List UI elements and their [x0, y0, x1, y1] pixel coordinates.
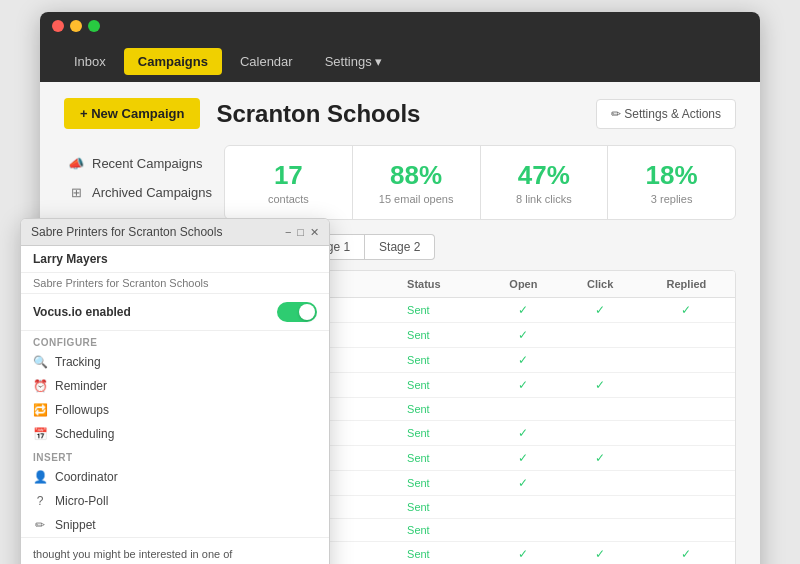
stat-clicks-label: 8 link clicks	[491, 193, 598, 205]
cell-status: Sent	[397, 471, 484, 496]
megaphone-icon: 📣	[68, 156, 84, 171]
cell-open: ✓	[484, 348, 562, 373]
col-click: Click	[563, 271, 638, 298]
cell-replied	[638, 421, 735, 446]
cell-replied	[638, 398, 735, 421]
new-campaign-button[interactable]: + New Campaign	[64, 98, 200, 129]
nav-inbox[interactable]: Inbox	[60, 48, 120, 75]
menu-reminder[interactable]: ⏰ Reminder	[21, 374, 329, 398]
cell-status: Sent	[397, 298, 484, 323]
modal-header-actions: − □ ✕	[285, 226, 319, 239]
menu-coordinator[interactable]: 👤 Coordinator	[21, 465, 329, 489]
cell-click	[563, 519, 638, 542]
maximize-dot[interactable]	[88, 20, 100, 32]
sidebar-archived-campaigns[interactable]: ⊞ Archived Campaigns	[64, 178, 224, 207]
cell-replied	[638, 373, 735, 398]
menu-tracking[interactable]: 🔍 Tracking	[21, 350, 329, 374]
cell-click: ✓	[563, 446, 638, 471]
stats-row: 17 contacts 88% 15 email opens 47% 8 lin…	[224, 145, 736, 220]
stat-contacts: 17 contacts	[225, 146, 353, 219]
modal-close-icon[interactable]: ✕	[310, 226, 319, 239]
cell-status: Sent	[397, 446, 484, 471]
sidebar-recent-label: Recent Campaigns	[92, 156, 203, 171]
settings-actions-button[interactable]: ✏ Settings & Actions	[596, 99, 736, 129]
tracking-icon: 🔍	[33, 355, 47, 369]
cell-click	[563, 323, 638, 348]
col-open: Open	[484, 271, 562, 298]
reminder-label: Reminder	[55, 379, 107, 393]
sidebar-archived-label: Archived Campaigns	[92, 185, 212, 200]
restore-icon[interactable]: □	[297, 226, 304, 239]
email-body[interactable]: thought you might be interested in one o…	[21, 537, 329, 564]
cell-status: Sent	[397, 373, 484, 398]
stat-clicks: 47% 8 link clicks	[481, 146, 609, 219]
stat-replies: 18% 3 replies	[608, 146, 735, 219]
close-dot[interactable]	[52, 20, 64, 32]
modal-header: Sabre Printers for Scranton Schools − □ …	[21, 219, 329, 246]
sidebar-recent-campaigns[interactable]: 📣 Recent Campaigns	[64, 149, 224, 178]
stat-contacts-label: contacts	[235, 193, 342, 205]
cell-click	[563, 471, 638, 496]
cell-click: ✓	[563, 298, 638, 323]
followups-label: Followups	[55, 403, 109, 417]
main-nav: Inbox Campaigns Calendar Settings ▾	[40, 40, 760, 82]
nav-campaigns[interactable]: Campaigns	[124, 48, 222, 75]
menu-scheduling[interactable]: 📅 Scheduling	[21, 422, 329, 446]
cell-replied	[638, 471, 735, 496]
cell-status: Sent	[397, 542, 484, 565]
cell-open: ✓	[484, 421, 562, 446]
scheduling-label: Scheduling	[55, 427, 114, 441]
cell-replied: ✓	[638, 542, 735, 565]
cell-click: ✓	[563, 542, 638, 565]
top-left: + New Campaign Scranton Schools	[64, 98, 420, 129]
cell-replied	[638, 323, 735, 348]
cell-open: ✓	[484, 542, 562, 565]
menu-snippet[interactable]: ✏ Snippet	[21, 513, 329, 537]
insert-section-label: INSERT	[21, 446, 329, 465]
stat-opens: 88% 15 email opens	[353, 146, 481, 219]
cell-open	[484, 398, 562, 421]
cell-replied	[638, 348, 735, 373]
top-bar: + New Campaign Scranton Schools ✏ Settin…	[64, 98, 736, 129]
scheduling-icon: 📅	[33, 427, 47, 441]
cell-open: ✓	[484, 446, 562, 471]
cell-open: ✓	[484, 323, 562, 348]
tab-stage2[interactable]: Stage 2	[365, 234, 435, 260]
cell-open	[484, 496, 562, 519]
vocus-toggle[interactable]	[277, 302, 317, 322]
nav-calendar[interactable]: Calendar	[226, 48, 307, 75]
compose-modal: Sabre Printers for Scranton Schools − □ …	[20, 218, 330, 564]
menu-followups[interactable]: 🔁 Followups	[21, 398, 329, 422]
coordinator-icon: 👤	[33, 470, 47, 484]
nav-settings[interactable]: Settings ▾	[311, 48, 397, 75]
cell-status: Sent	[397, 519, 484, 542]
modal-sender: Larry Mayers	[21, 246, 329, 273]
stat-replies-value: 18%	[618, 160, 725, 191]
cell-replied: ✓	[638, 298, 735, 323]
page-title: Scranton Schools	[216, 100, 420, 128]
minimize-icon[interactable]: −	[285, 226, 291, 239]
cell-click	[563, 348, 638, 373]
cell-click	[563, 421, 638, 446]
vocus-row: Vocus.io enabled	[21, 294, 329, 331]
cell-open: ✓	[484, 373, 562, 398]
stat-opens-value: 88%	[363, 160, 470, 191]
stat-opens-label: 15 email opens	[363, 193, 470, 205]
stat-clicks-value: 47%	[491, 160, 598, 191]
cell-status: Sent	[397, 348, 484, 373]
menu-micropoll[interactable]: ? Micro-Poll	[21, 489, 329, 513]
micropoll-icon: ?	[33, 494, 47, 508]
cell-click	[563, 496, 638, 519]
archive-icon: ⊞	[68, 185, 84, 200]
cell-replied	[638, 446, 735, 471]
cell-click	[563, 398, 638, 421]
minimize-dot[interactable]	[70, 20, 82, 32]
cell-replied	[638, 519, 735, 542]
modal-title: Sabre Printers for Scranton Schools	[31, 225, 222, 239]
stat-replies-label: 3 replies	[618, 193, 725, 205]
cell-status: Sent	[397, 323, 484, 348]
cell-status: Sent	[397, 398, 484, 421]
cell-replied	[638, 496, 735, 519]
col-replied: Replied	[638, 271, 735, 298]
configure-section-label: CONFIGURE	[21, 331, 329, 350]
